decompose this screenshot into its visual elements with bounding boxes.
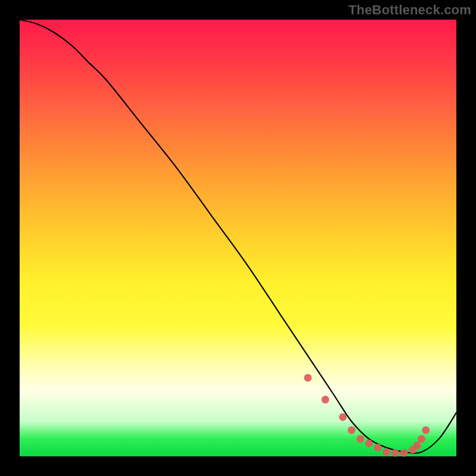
watermark-text: TheBottleneck.com (349, 2, 471, 18)
valley-dot (418, 435, 425, 443)
valley-dot (356, 435, 364, 443)
valley-dot (392, 449, 399, 457)
valley-dot (339, 413, 347, 421)
valley-dot (374, 444, 381, 452)
valley-dot (365, 439, 373, 447)
plot-area (20, 20, 456, 456)
valley-dot (400, 449, 408, 457)
valley-dots-group (304, 374, 430, 456)
valley-dot (347, 426, 355, 434)
valley-dot (321, 396, 329, 403)
curve-layer (20, 20, 456, 456)
valley-dot (413, 441, 421, 449)
valley-dot (383, 448, 390, 456)
valley-dot (304, 374, 312, 381)
valley-dot (422, 426, 430, 434)
bottleneck-curve (20, 20, 456, 453)
chart-frame: TheBottleneck.com (0, 0, 476, 476)
